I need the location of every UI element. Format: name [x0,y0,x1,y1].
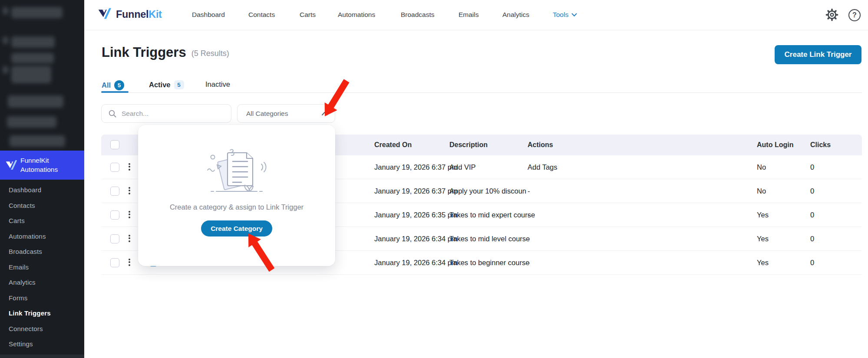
tab-all[interactable]: All 5 [102,80,124,90]
nav-item-analytics[interactable]: Analytics [502,11,529,19]
cell-actions: - [528,251,530,275]
tab-all-label: All [102,81,111,89]
tab-all-count-badge: 5 [114,80,124,90]
nav-item-broadcasts[interactable]: Broadcasts [401,11,435,19]
cell-clicks: 0 [810,155,814,179]
cell-actions: - [528,179,530,203]
sidebar-item-link-triggers[interactable]: Link Triggers [0,305,84,321]
logo-wordmark: FunnelKit [116,9,162,20]
kebab-menu-icon[interactable] [127,162,132,171]
create-category-popover: Create a category & assign to Link Trigg… [138,125,335,266]
cell-description: Takes to beginner course [449,251,529,275]
blurred-menu-item [11,36,55,48]
cell-auto-login: No [757,179,766,203]
cell-created-on: January 19, 2026 6:34 pm [374,251,458,275]
kebab-menu-icon[interactable] [127,234,132,243]
nav-item-carts[interactable]: Carts [300,11,316,19]
row-checkbox[interactable] [110,258,119,267]
sidebar-item-emails[interactable]: Emails [0,259,84,275]
nav-item-tools[interactable]: Tools [553,11,577,19]
select-all-checkbox[interactable] [110,140,119,149]
search-input[interactable] [122,105,226,122]
search-icon [108,109,117,118]
funnelkit-top-navbar: FunnelKit Dashboard Contacts Carts Autom… [84,0,868,30]
row-checkbox[interactable] [110,163,119,172]
tab-active-label: Active [149,81,171,89]
nav-item-dashboard[interactable]: Dashboard [192,11,225,19]
sidebar-item-funnelkit-automations[interactable]: FunnelKit Automations [0,151,84,180]
sidebar-item-dashboard[interactable]: Dashboard [0,182,84,198]
cell-created-on: January 19, 2026 6:34 pm [374,227,458,251]
tab-active-count-badge: 5 [174,80,184,89]
column-description: Description [449,135,488,155]
sidebar-item-connectors[interactable]: Connectors [0,321,84,337]
cell-actions: Add Tags [528,155,558,179]
popover-message: Create a category & assign to Link Trigg… [138,203,335,211]
blurred-menu-item [11,66,51,83]
cell-description: Add VIP [449,155,476,179]
column-created-on: Created On [374,135,412,155]
gear-icon[interactable] [825,8,838,23]
funnelkit-logo-icon [98,7,112,22]
nav-item-automations[interactable]: Automations [338,11,375,19]
column-clicks: Clicks [810,135,831,155]
funnelkit-logo[interactable]: FunnelKit [98,7,162,22]
create-category-button[interactable]: Create Category [201,220,272,236]
kebab-menu-icon[interactable] [127,186,132,195]
sidebar-item-contacts[interactable]: Contacts [0,198,84,213]
sidebar-item-automations[interactable]: Automations [0,229,84,244]
row-checkbox[interactable] [110,210,119,220]
results-count: (5 Results) [191,47,229,58]
cell-created-on: January 19, 2026 6:37 pm [374,155,458,179]
column-auto-login: Auto Login [757,135,793,155]
tab-active[interactable]: Active 5 [149,80,184,89]
chevron-down-icon [571,13,577,17]
search-box [101,104,231,123]
cell-description: Takes to mid expert course [449,203,535,227]
cell-description: Takes to mid level course [449,227,530,251]
kebab-menu-icon[interactable] [127,258,132,267]
sidebar-item-carts[interactable]: Carts [0,213,84,229]
category-documents-illustration [200,148,274,199]
blurred-menu-item [7,116,56,128]
blurred-menu-icon [3,36,8,44]
blurred-menu-item [10,135,65,147]
cell-auto-login: Yes [757,251,769,275]
row-checkbox[interactable] [110,234,119,243]
row-checkbox[interactable] [110,187,119,196]
active-tab-underline [101,91,129,93]
category-filter-label: All Categories [246,105,288,122]
sidebar-collapse-strip[interactable] [0,355,84,358]
cell-description: Apply your 10% discoun [449,179,526,203]
cell-clicks: 0 [810,203,814,227]
cell-created-on: January 19, 2026 6:35 pm [374,203,458,227]
cell-actions: - [528,203,530,227]
sidebar-item-settings[interactable]: Settings [0,336,84,352]
page-header: Link Triggers (5 Results) [102,45,229,60]
plugin-submenu: Dashboard Contacts Carts Automations Bro… [0,182,84,352]
chevron-up-icon [321,112,328,116]
cell-clicks: 0 [810,227,814,251]
tab-inactive-label: Inactive [205,80,230,89]
blurred-menu-item [11,7,63,18]
create-link-trigger-button[interactable]: Create Link Trigger [775,45,861,64]
help-icon[interactable]: ? [848,9,861,21]
plugin-name-line2: Automations [20,166,58,174]
nav-item-contacts[interactable]: Contacts [248,11,275,19]
nav-item-emails[interactable]: Emails [459,11,479,19]
category-filter-dropdown[interactable]: All Categories [237,104,335,123]
sidebar-item-analytics[interactable]: Analytics [0,275,84,290]
sidebar-item-broadcasts[interactable]: Broadcasts [0,244,84,259]
cell-clicks: 0 [810,251,814,275]
cell-actions: - [528,227,530,251]
sidebar-item-forms[interactable]: Forms [0,290,84,306]
tabs-divider [101,92,862,93]
kebab-menu-icon[interactable] [127,210,132,219]
plugin-name-line1: FunnelKit [20,157,49,164]
cell-auto-login: Yes [757,203,769,227]
wp-admin-sidebar: FunnelKit Automations Dashboard Contacts… [0,0,84,358]
cell-clicks: 0 [810,179,814,203]
funnelkit-logo-icon [5,159,18,173]
tab-inactive[interactable]: Inactive [205,80,230,89]
column-actions: Actions [528,135,553,155]
